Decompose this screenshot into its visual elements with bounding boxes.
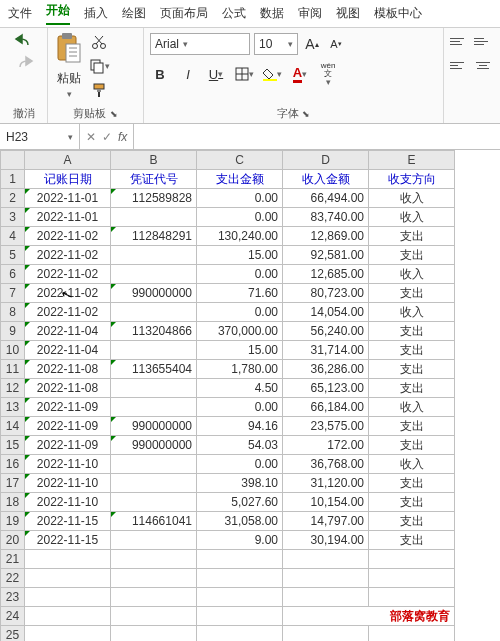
cell[interactable]: 收支方向: [369, 170, 455, 189]
cell[interactable]: [197, 569, 283, 588]
menu-home[interactable]: 开始: [46, 2, 70, 25]
font-name-select[interactable]: Arial▾: [150, 33, 250, 55]
menu-draw[interactable]: 绘图: [122, 5, 146, 22]
cell[interactable]: 112848291: [111, 227, 197, 246]
cell[interactable]: 54.03: [197, 436, 283, 455]
cell[interactable]: [111, 208, 197, 227]
cell[interactable]: 0.00: [197, 398, 283, 417]
cell[interactable]: 14,797.00: [283, 512, 369, 531]
cancel-formula-icon[interactable]: ✕: [86, 130, 96, 144]
cell[interactable]: 2022-11-08: [25, 360, 111, 379]
cell[interactable]: [111, 626, 197, 642]
cell[interactable]: 支出: [369, 493, 455, 512]
cell[interactable]: 收入金额: [283, 170, 369, 189]
undo-icon[interactable]: [14, 32, 34, 48]
cell[interactable]: 2022-11-10: [25, 455, 111, 474]
col-header-E[interactable]: E: [369, 151, 455, 170]
row-header[interactable]: 16: [1, 455, 25, 474]
menu-file[interactable]: 文件: [8, 5, 32, 22]
cell[interactable]: 2022-11-09: [25, 417, 111, 436]
cell[interactable]: 990000000: [111, 284, 197, 303]
cell[interactable]: 支出: [369, 512, 455, 531]
cell[interactable]: 112589828: [111, 189, 197, 208]
row-header[interactable]: 17: [1, 474, 25, 493]
underline-button[interactable]: U▾: [206, 64, 226, 84]
cell[interactable]: 2022-11-04: [25, 322, 111, 341]
align-center-icon[interactable]: [474, 56, 492, 74]
cell[interactable]: 收入: [369, 189, 455, 208]
cell[interactable]: 收入: [369, 303, 455, 322]
row-header[interactable]: 14: [1, 417, 25, 436]
cell[interactable]: [197, 607, 283, 626]
cell[interactable]: 398.10: [197, 474, 283, 493]
row-header[interactable]: 5: [1, 246, 25, 265]
row-header[interactable]: 2: [1, 189, 25, 208]
cell[interactable]: [111, 455, 197, 474]
format-painter-icon[interactable]: [88, 80, 110, 100]
cell[interactable]: 支出: [369, 341, 455, 360]
menu-review[interactable]: 审阅: [298, 5, 322, 22]
cell[interactable]: [111, 550, 197, 569]
cell[interactable]: [111, 246, 197, 265]
phonetic-icon[interactable]: wén文▾: [318, 64, 338, 84]
formula-input[interactable]: [133, 124, 500, 149]
cell[interactable]: 支出: [369, 322, 455, 341]
cell[interactable]: 990000000: [111, 436, 197, 455]
cell[interactable]: [111, 379, 197, 398]
cell[interactable]: 172.00: [283, 436, 369, 455]
cell[interactable]: 370,000.00: [197, 322, 283, 341]
cell[interactable]: 收入: [369, 265, 455, 284]
cell[interactable]: 记账日期: [25, 170, 111, 189]
border-icon[interactable]: ▾: [234, 64, 254, 84]
cell[interactable]: [197, 550, 283, 569]
cell[interactable]: 收入: [369, 398, 455, 417]
cell[interactable]: [111, 474, 197, 493]
cell[interactable]: 2022-11-02: [25, 284, 111, 303]
row-header[interactable]: 13: [1, 398, 25, 417]
cell[interactable]: [197, 626, 283, 642]
cell[interactable]: [369, 626, 455, 642]
menu-insert[interactable]: 插入: [84, 5, 108, 22]
cell[interactable]: [111, 303, 197, 322]
cell[interactable]: [25, 607, 111, 626]
cell[interactable]: 2022-11-02: [25, 303, 111, 322]
cell[interactable]: [111, 398, 197, 417]
cell[interactable]: [369, 569, 455, 588]
cell[interactable]: 9.00: [197, 531, 283, 550]
cell[interactable]: 2022-11-15: [25, 512, 111, 531]
col-header-D[interactable]: D: [283, 151, 369, 170]
col-header-A[interactable]: A: [25, 151, 111, 170]
cell[interactable]: 36,768.00: [283, 455, 369, 474]
italic-button[interactable]: I: [178, 64, 198, 84]
align-top-icon[interactable]: [450, 32, 468, 50]
cell[interactable]: [283, 550, 369, 569]
row-header[interactable]: 7: [1, 284, 25, 303]
spreadsheet-grid[interactable]: A B C D E 1 记账日期 凭证代号 支出金额 收入金额 收支方向 220…: [0, 150, 455, 641]
paste-button[interactable]: 粘贴 ▾: [54, 32, 84, 99]
row-header[interactable]: 8: [1, 303, 25, 322]
cell[interactable]: 94.16: [197, 417, 283, 436]
menu-layout[interactable]: 页面布局: [160, 5, 208, 22]
cell[interactable]: 支出: [369, 360, 455, 379]
row-header[interactable]: 24: [1, 607, 25, 626]
menu-formula[interactable]: 公式: [222, 5, 246, 22]
cell[interactable]: 2022-11-02: [25, 265, 111, 284]
cell[interactable]: 10,154.00: [283, 493, 369, 512]
cell[interactable]: 114661041: [111, 512, 197, 531]
cell[interactable]: 31,120.00: [283, 474, 369, 493]
cell[interactable]: 12,685.00: [283, 265, 369, 284]
cell[interactable]: [111, 265, 197, 284]
cell[interactable]: 2022-11-09: [25, 398, 111, 417]
col-header-C[interactable]: C: [197, 151, 283, 170]
cell[interactable]: 2022-11-01: [25, 189, 111, 208]
cell[interactable]: 0.00: [197, 303, 283, 322]
cell[interactable]: 收入: [369, 208, 455, 227]
name-box[interactable]: H23▾: [0, 124, 80, 149]
cut-icon[interactable]: [88, 32, 110, 52]
col-header-B[interactable]: B: [111, 151, 197, 170]
cell[interactable]: 65,123.00: [283, 379, 369, 398]
cell[interactable]: 支出: [369, 417, 455, 436]
row-header[interactable]: 9: [1, 322, 25, 341]
cell[interactable]: 31,714.00: [283, 341, 369, 360]
cell[interactable]: 支出: [369, 531, 455, 550]
